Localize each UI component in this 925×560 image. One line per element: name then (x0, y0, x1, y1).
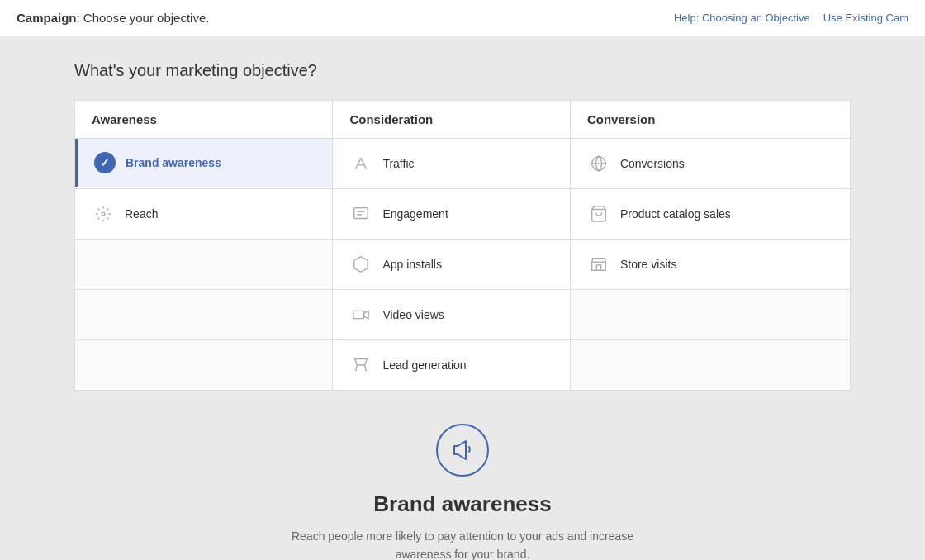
reach-item[interactable]: Reach (75, 189, 332, 239)
help-link[interactable]: Help: Choosing an Objective (674, 12, 810, 24)
consideration-col-2: Engagement (333, 189, 571, 240)
svg-rect-3 (354, 208, 368, 219)
svg-rect-9 (353, 311, 364, 318)
consideration-col-5: Lead generation (333, 340, 571, 391)
desc-icon-circle (436, 424, 489, 477)
app-installs-label: App installs (382, 258, 442, 271)
awareness-col-1: Brand awareness (75, 139, 333, 189)
description-section: Brand awareness Reach people more likely… (74, 391, 851, 560)
use-existing-link[interactable]: Use Existing Cam (823, 12, 908, 24)
table-row: Reach Engagement (75, 189, 851, 240)
product-catalog-sales-item[interactable]: Product catalog sales (571, 189, 850, 239)
conversions-item[interactable]: Conversions (571, 139, 850, 188)
lead-generation-icon (349, 354, 372, 377)
awareness-col-4 (75, 290, 333, 340)
topbar-title: Campaign: Choose your objective. (17, 11, 209, 25)
traffic-icon (349, 152, 372, 175)
desc-text: Reach people more likely to pay attentio… (264, 527, 661, 560)
conversion-col-5 (570, 340, 850, 391)
objective-table: Awareness Consideration Conversion Brand… (74, 100, 851, 391)
video-views-label: Video views (382, 308, 444, 321)
svg-marker-10 (355, 359, 368, 365)
page-heading: What's your marketing objective? (74, 61, 851, 80)
video-views-icon (349, 303, 372, 326)
svg-rect-7 (596, 265, 601, 270)
product-catalog-sales-label: Product catalog sales (620, 207, 731, 221)
awareness-col-2: Reach (75, 189, 333, 240)
check-icon (94, 152, 116, 173)
topbar-title-bold: Campaign (17, 11, 77, 25)
awareness-col-3 (75, 240, 333, 290)
table-row: Brand awareness Traffic (75, 139, 851, 189)
table-row: App installs Store visit (75, 240, 851, 290)
consideration-col-3: App installs (333, 240, 571, 290)
svg-line-12 (365, 365, 367, 371)
col-header-consideration: Consideration (333, 101, 571, 139)
video-views-item[interactable]: Video views (333, 290, 570, 339)
topbar-title-suffix: : Choose your objective. (77, 11, 210, 25)
app-installs-item[interactable]: App installs (333, 240, 570, 289)
traffic-item[interactable]: Traffic (333, 139, 570, 188)
store-visits-label: Store visits (620, 258, 676, 271)
consideration-col-1: Traffic (333, 139, 571, 189)
megaphone-icon (450, 438, 475, 463)
conversions-icon (587, 152, 610, 175)
brand-awareness-label: Brand awareness (126, 156, 221, 169)
col-header-awareness: Awareness (75, 101, 333, 139)
product-catalog-icon (587, 202, 610, 225)
reach-icon (92, 202, 115, 225)
app-installs-icon (349, 253, 372, 276)
conversion-empty-5 (571, 340, 850, 388)
consideration-col-4: Video views (333, 290, 571, 340)
main-content: What's your marketing objective? Awarene… (0, 36, 925, 560)
brand-awareness-item[interactable]: Brand awareness (75, 139, 332, 187)
svg-point-2 (102, 212, 105, 216)
topbar-links: Help: Choosing an Objective Use Existing… (674, 12, 908, 24)
lead-generation-label: Lead generation (382, 358, 466, 372)
reach-label: Reach (125, 207, 158, 221)
table-row: Lead generation (75, 340, 851, 391)
topbar: Campaign: Choose your objective. Help: C… (0, 0, 925, 36)
conversion-col-2: Product catalog sales (570, 189, 850, 240)
engagement-item[interactable]: Engagement (333, 189, 570, 239)
store-visits-icon (587, 253, 610, 276)
conversion-empty-4 (571, 290, 850, 338)
conversions-label: Conversions (620, 157, 685, 170)
conversion-col-3: Store visits (570, 240, 850, 290)
col-header-conversion: Conversion (570, 101, 850, 139)
engagement-label: Engagement (382, 207, 448, 221)
conversion-col-1: Conversions (570, 139, 850, 189)
awareness-empty-3 (75, 240, 332, 287)
traffic-label: Traffic (382, 157, 414, 170)
awareness-empty-5 (75, 340, 332, 388)
awareness-empty-4 (75, 290, 332, 338)
store-visits-item[interactable]: Store visits (571, 240, 850, 289)
svg-line-11 (356, 365, 358, 371)
desc-title: Brand awareness (91, 491, 834, 517)
lead-generation-item[interactable]: Lead generation (333, 340, 570, 390)
engagement-icon (349, 202, 372, 225)
table-row: Video views (75, 290, 851, 340)
conversion-col-4 (570, 290, 850, 340)
awareness-col-5 (75, 340, 333, 391)
